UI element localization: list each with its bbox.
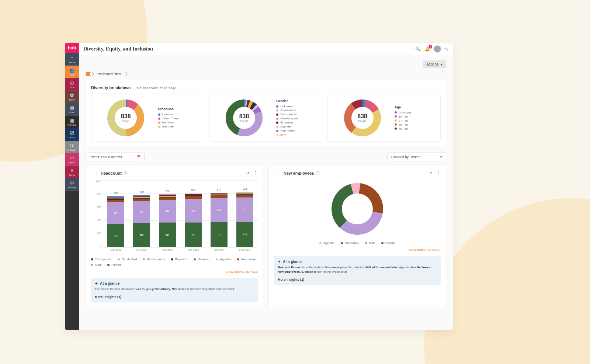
chart-icon: ⫾⫾: [70, 143, 74, 148]
donut-box-pronouns: 838People Pronouns UnknownThey / ThemHe …: [91, 94, 204, 142]
donut-box-gender: 838People Gender UnknownGenderfluidTrans…: [209, 94, 323, 142]
grouped-by-select[interactable]: Grouped by Gender ▾: [387, 153, 446, 161]
bar-group: 824379361: [236, 192, 253, 247]
main: Diversity, Equity, and Inclusion 🔍 🔔3 ⤡ …: [79, 43, 453, 330]
sidebar-item-tasks[interactable]: ☑Tasks: [65, 128, 79, 141]
app-window: bob ⌂Home 👥Org ◴Time ✪Talent ▤Docs ▦Plan…: [65, 43, 453, 330]
sparkle-icon: ✦: [95, 281, 98, 286]
sidebar-item-time[interactable]: ◴Time: [65, 78, 79, 91]
filter-icon[interactable]: ⧩: [246, 171, 250, 176]
more-insights-link[interactable]: More insights (1): [95, 295, 254, 299]
sidebar: bob ⌂Home 👥Org ◴Time ✪Talent ▤Docs ▦Plan…: [65, 43, 79, 330]
breakdown-title: Diversity breakdown · Total headcount as…: [91, 85, 441, 90]
headcount-chart: 10008006004002000 7663453277803593347923…: [91, 180, 258, 254]
sidebar-item-comp[interactable]: $Comp: [65, 166, 79, 178]
bar-group: 816372360: [211, 193, 228, 248]
star-icon: ✪: [70, 93, 74, 98]
sidebar-item-org[interactable]: 👥Org: [65, 66, 79, 78]
content-area: Actions▾ Predefined filters i Diversity …: [79, 55, 453, 330]
sidebar-item-planning[interactable]: ▦Planning: [65, 116, 79, 128]
chevron-down-icon: ▾: [441, 62, 442, 66]
legend-more[interactable]: ◬ 1/2 ▾: [276, 133, 317, 136]
page-title: Diversity, Equity, and Inclusion: [83, 46, 153, 52]
filter-icon[interactable]: ⧩: [429, 171, 433, 176]
preset-select[interactable]: Preset: Last 6 months 📅: [86, 153, 145, 161]
more-insights-link[interactable]: More insights (1): [278, 278, 437, 281]
headcount-title: Headcount: [101, 171, 122, 175]
at-a-glance-employees: ✦At a glance Male and Female have the hi…: [274, 256, 441, 285]
sidebar-item-home[interactable]: ⌂Home: [65, 53, 79, 66]
info-icon[interactable]: i: [316, 171, 320, 175]
search-icon[interactable]: 🔍: [415, 46, 421, 52]
view-more-link[interactable]: VIEW MORE DETAILS: [91, 270, 258, 273]
diversity-breakdown-card: Diversity breakdown · Total headcount as…: [86, 80, 446, 147]
view-more-link[interactable]: VIEW MORE DETAILS: [274, 248, 441, 252]
new-employees-panel: ⋮⋮ New employees i ⧩ ⋮ 100 People: [268, 165, 446, 308]
logo: bob: [65, 43, 79, 53]
people-icon: 👥: [69, 68, 75, 73]
info-icon[interactable]: i: [124, 171, 128, 175]
predefined-filters-toggle[interactable]: [86, 72, 94, 76]
board-icon: ▦: [70, 118, 74, 123]
sidebar-item-settings[interactable]: ⚙Settings: [65, 178, 79, 191]
sidebar-item-docs[interactable]: ▤Docs: [65, 103, 79, 116]
bar-group: 780359334: [133, 195, 150, 247]
sidebar-item-payroll[interactable]: ▭Payroll: [65, 153, 79, 166]
new-employees-chart: 100 People: [332, 183, 383, 235]
at-a-glance-headcount: ✦At a glance The fastest trend in Headco…: [91, 278, 258, 302]
sidebar-item-talent[interactable]: ✪Talent: [65, 91, 79, 103]
topbar: Diversity, Equity, and Inclusion 🔍 🔔3 ⤡: [79, 43, 453, 55]
sidebar-item-analytics[interactable]: ⫾⫾Analytics: [65, 141, 79, 153]
bar-group: 792367342: [159, 194, 176, 247]
bar-group: 766345327: [107, 196, 124, 247]
actions-button[interactable]: Actions▾: [423, 60, 446, 68]
check-icon: ☑: [70, 130, 74, 136]
chevron-down-icon: ▾: [440, 155, 442, 159]
avatar[interactable]: [434, 45, 441, 53]
calendar-icon: 📅: [136, 155, 140, 159]
sparkle-icon: ✦: [278, 260, 281, 264]
headcount-panel: ⋮⋮ Headcount i ⧩ ⋮ 10008006004002000 766…: [86, 165, 263, 308]
home-icon: ⌂: [70, 55, 73, 60]
more-icon[interactable]: ⋮: [253, 171, 258, 176]
bar-group: 805369351: [185, 193, 202, 248]
doc-icon: ▤: [70, 105, 74, 111]
predefined-filters-label: Predefined filters: [97, 72, 122, 76]
bell-icon[interactable]: 🔔3: [424, 46, 430, 52]
more-icon[interactable]: ⋮: [436, 171, 441, 176]
drag-handle-icon[interactable]: ⋮⋮: [91, 171, 98, 175]
donut-box-age: 838People Age Unknown18 - 2627 - 3536 - …: [327, 94, 441, 142]
notifications-badge: 3: [428, 45, 432, 49]
new-employees-title: New employees: [284, 171, 314, 175]
drag-handle-icon[interactable]: ⋮⋮: [274, 171, 281, 175]
gear-icon: ⚙: [70, 181, 74, 186]
collapse-icon[interactable]: ⤡: [445, 46, 448, 52]
clock-icon: ◴: [70, 80, 74, 85]
coin-icon: $: [71, 168, 73, 173]
info-icon[interactable]: i: [125, 72, 128, 76]
card-icon: ▭: [70, 155, 74, 161]
